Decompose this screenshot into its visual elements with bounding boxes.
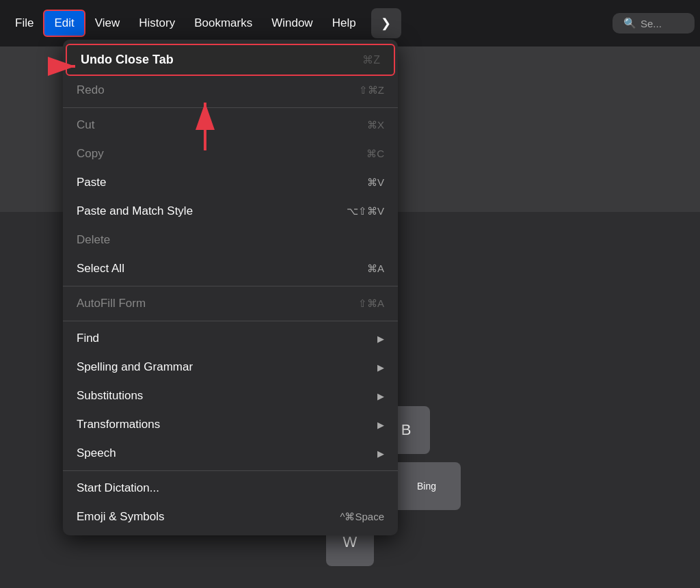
menubar-history[interactable]: History (129, 11, 185, 36)
menu-item-shortcut: ^⌘Space (340, 511, 384, 523)
key-bing: Bing (392, 462, 461, 510)
menu-item-cut: Cut⌘X (63, 111, 398, 139)
menu-item-label: Cut (77, 118, 94, 132)
menu-item-label: Paste and Match Style (77, 204, 193, 218)
search-box[interactable]: 🔍 Se... (612, 13, 695, 34)
menu-item-spelling-grammar[interactable]: Spelling and Grammar▶ (63, 353, 398, 382)
menu-item-substitutions[interactable]: Substitutions▶ (63, 382, 398, 410)
menu-item-shortcut: ▶ (377, 420, 384, 430)
menu-separator (63, 321, 398, 321)
menu-item-shortcut: ⌘V (367, 176, 384, 189)
menu-item-shortcut: ⇧⌘Z (359, 84, 384, 96)
menu-item-undo-close-tab[interactable]: Undo Close Tab⌘Z (66, 44, 395, 76)
menu-item-label: Emoji & Symbols (77, 510, 164, 524)
menu-item-shortcut: ⌘C (366, 148, 384, 160)
menubar-bookmarks[interactable]: Bookmarks (185, 11, 262, 36)
menu-item-shortcut: ⌘A (367, 263, 384, 275)
menu-item-paste[interactable]: Paste⌘V (63, 168, 398, 197)
menu-item-start-dictation[interactable]: Start Dictation... (63, 474, 398, 503)
menu-item-label: Spelling and Grammar (77, 360, 193, 374)
menu-item-shortcut: ⌘X (367, 119, 384, 131)
menu-item-label: Redo (77, 83, 105, 97)
menu-separator (63, 470, 398, 471)
menu-item-label: Start Dictation... (77, 481, 159, 495)
nav-forward-button[interactable]: ❯ (371, 8, 401, 38)
menu-item-label: Paste (77, 176, 106, 189)
edit-dropdown-menu: Undo Close Tab⌘ZRedo⇧⌘ZCut⌘XCopy⌘CPaste⌘… (63, 40, 398, 535)
menu-item-label: Transformations (77, 418, 160, 431)
search-icon: 🔍 (623, 17, 636, 29)
menu-item-label: Undo Close Tab (81, 53, 174, 67)
menu-item-autofill-form: AutoFill Form⇧⌘A (63, 289, 398, 318)
menu-item-shortcut: ▶ (377, 391, 384, 401)
menu-item-speech[interactable]: Speech▶ (63, 439, 398, 468)
menu-item-label: Copy (77, 147, 104, 161)
menu-item-label: Delete (77, 233, 110, 247)
menubar-help[interactable]: Help (323, 11, 366, 36)
menu-item-shortcut: ▶ (377, 449, 384, 459)
menu-item-delete: Delete (63, 226, 398, 254)
menu-item-paste-match-style[interactable]: Paste and Match Style⌥⇧⌘V (63, 197, 398, 226)
menu-item-shortcut: ⌘Z (362, 53, 380, 66)
menu-separator (63, 286, 398, 286)
menu-item-label: Find (77, 332, 99, 345)
menu-item-shortcut: ⇧⌘A (358, 297, 384, 310)
menubar-file[interactable]: File (5, 11, 43, 36)
menu-separator (63, 107, 398, 108)
menubar-window[interactable]: Window (262, 11, 322, 36)
menu-item-shortcut: ▶ (377, 334, 384, 344)
menu-item-label: AutoFill Form (77, 297, 146, 310)
menu-item-shortcut: ⌥⇧⌘V (347, 205, 384, 217)
menubar-view[interactable]: View (85, 11, 130, 36)
menu-item-transformations[interactable]: Transformations▶ (63, 410, 398, 439)
menu-item-label: Select All (77, 262, 124, 276)
menu-item-select-all[interactable]: Select All⌘A (63, 254, 398, 283)
menu-item-shortcut: ▶ (377, 362, 384, 373)
menu-item-label: Speech (77, 446, 116, 460)
menu-item-label: Substitutions (77, 389, 143, 403)
menu-item-find[interactable]: Find▶ (63, 324, 398, 353)
menubar-edit[interactable]: Edit (43, 10, 85, 37)
menu-item-emoji-symbols[interactable]: Emoji & Symbols^⌘Space (63, 503, 398, 531)
menu-item-redo: Redo⇧⌘Z (63, 76, 398, 105)
search-placeholder: Se... (641, 18, 662, 29)
menu-item-copy: Copy⌘C (63, 139, 398, 168)
